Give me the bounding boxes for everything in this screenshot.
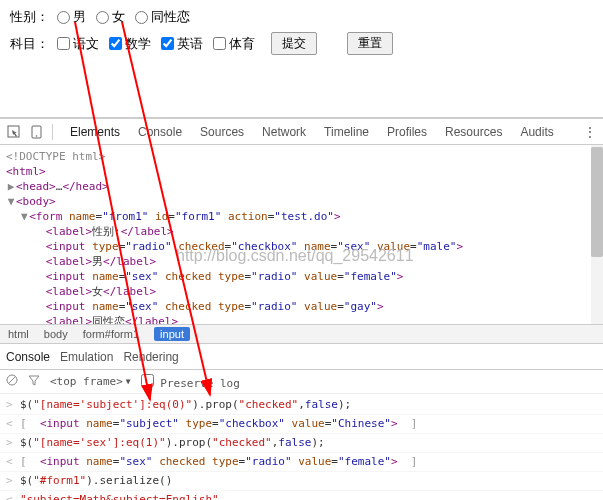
reset-button[interactable]: 重置 [347, 32, 393, 55]
more-icon[interactable]: ⋮ [583, 124, 597, 140]
crumb-form[interactable]: form#form1 [83, 328, 139, 340]
console-drawer-tabs: Console Emulation Rendering [0, 344, 603, 370]
elements-panel[interactable]: <!DOCTYPE html> <html> ▶<head>…</head> ▼… [0, 145, 603, 325]
svg-line-4 [9, 377, 16, 384]
radio-gay[interactable] [135, 11, 148, 24]
filter-icon[interactable] [28, 374, 40, 389]
radio-female[interactable] [96, 11, 109, 24]
console-body[interactable]: >$("[name='subject']:eq(0)").prop("check… [0, 394, 603, 500]
opt-female[interactable]: 女 [96, 8, 125, 26]
breadcrumb: html body form#form1 input [0, 325, 603, 344]
label-sex: 性别： [10, 8, 49, 26]
tab-network[interactable]: Network [253, 120, 315, 144]
row-sex: 性别： 男 女 同性恋 [10, 8, 593, 26]
submit-button[interactable]: 提交 [271, 32, 317, 55]
devtools-tabs: Elements Console Sources Network Timelin… [61, 120, 563, 144]
drawer-tab-rendering[interactable]: Rendering [123, 350, 178, 364]
opt-english[interactable]: 英语 [161, 35, 203, 53]
opt-male[interactable]: 男 [57, 8, 86, 26]
drawer-tab-console[interactable]: Console [6, 350, 50, 364]
tab-elements[interactable]: Elements [61, 120, 129, 144]
frame-selector[interactable]: <top frame> ▼ [50, 375, 131, 388]
drawer-tab-emulation[interactable]: Emulation [60, 350, 113, 364]
tab-profiles[interactable]: Profiles [378, 120, 436, 144]
radio-male[interactable] [57, 11, 70, 24]
opt-gay[interactable]: 同性恋 [135, 8, 190, 26]
page-form-area: 性别： 男 女 同性恋 科目： 语文 数学 英语 体育 提交 重置 [0, 0, 603, 118]
tab-timeline[interactable]: Timeline [315, 120, 378, 144]
label-subject: 科目： [10, 35, 49, 53]
elements-scrollbar[interactable] [591, 145, 603, 324]
tab-console[interactable]: Console [129, 120, 191, 144]
check-math[interactable] [109, 37, 122, 50]
check-english[interactable] [161, 37, 174, 50]
tab-sources[interactable]: Sources [191, 120, 253, 144]
opt-pe[interactable]: 体育 [213, 35, 255, 53]
svg-point-2 [36, 135, 38, 137]
preserve-log[interactable]: Preserve log [141, 374, 240, 390]
row-subject: 科目： 语文 数学 英语 体育 提交 重置 [10, 32, 593, 55]
devtools: Elements Console Sources Network Timelin… [0, 118, 603, 500]
tab-audits[interactable]: Audits [511, 120, 562, 144]
opt-math[interactable]: 数学 [109, 35, 151, 53]
clear-console-icon[interactable] [6, 374, 18, 389]
device-icon[interactable] [29, 124, 44, 139]
tab-resources[interactable]: Resources [436, 120, 511, 144]
opt-chinese[interactable]: 语文 [57, 35, 99, 53]
crumb-html[interactable]: html [8, 328, 29, 340]
crumb-body[interactable]: body [44, 328, 68, 340]
console-subtoolbar: <top frame> ▼ Preserve log [0, 370, 603, 394]
devtools-toolbar: Elements Console Sources Network Timelin… [0, 119, 603, 145]
crumb-input[interactable]: input [154, 327, 190, 341]
inspect-icon[interactable] [6, 124, 21, 139]
check-pe[interactable] [213, 37, 226, 50]
check-chinese[interactable] [57, 37, 70, 50]
el-doctype: <!DOCTYPE html> [6, 150, 105, 163]
